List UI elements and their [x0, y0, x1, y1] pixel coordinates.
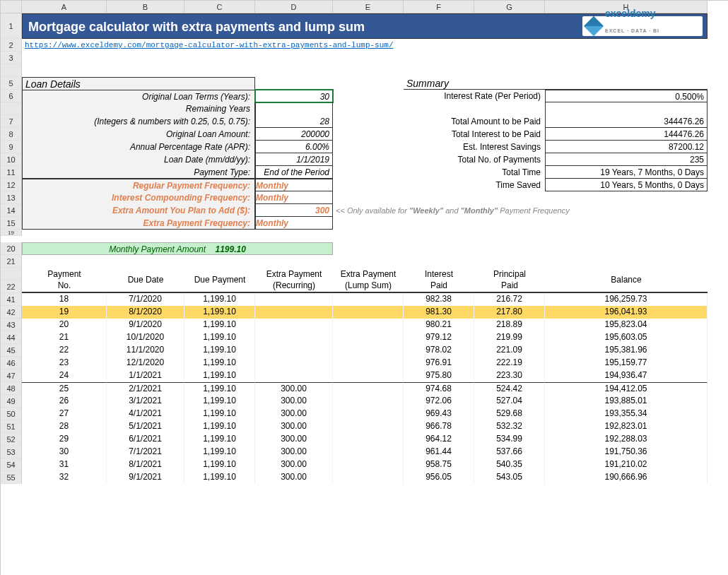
principal-paid[interactable]: 527.04	[474, 395, 545, 408]
detail-value[interactable]: 200000	[255, 128, 333, 141]
balance[interactable]: 196,041.93	[545, 306, 708, 319]
table-header[interactable]: Extra Payment(Lump Sum)	[333, 268, 404, 293]
extra-recurring[interactable]	[255, 306, 333, 319]
extra-lump[interactable]	[333, 458, 404, 471]
extra-lump[interactable]	[333, 306, 404, 319]
due-payment[interactable]: 1,199.10	[184, 331, 255, 344]
row-header[interactable]: 8	[1, 128, 22, 141]
interest-paid[interactable]: 981.30	[404, 306, 474, 319]
extra-lump[interactable]	[333, 369, 404, 382]
balance[interactable]: 192,823.01	[545, 420, 708, 433]
extra-recurring[interactable]: 300.00	[255, 458, 333, 471]
balance[interactable]: 194,936.47	[545, 369, 708, 382]
extra-recurring[interactable]: 300.00	[255, 382, 333, 395]
due-payment[interactable]: 1,199.10	[184, 420, 255, 433]
col-header[interactable]: E	[333, 1, 404, 13]
payment-no[interactable]: 20	[22, 319, 107, 331]
payment-no[interactable]: 30	[22, 446, 107, 458]
payment-no[interactable]: 21	[22, 331, 107, 344]
row-header[interactable]: 41	[1, 293, 22, 306]
due-payment[interactable]: 1,199.10	[184, 369, 255, 382]
balance[interactable]: 193,885.01	[545, 395, 708, 408]
balance[interactable]: 192,288.03	[545, 433, 708, 446]
extra-lump[interactable]	[333, 331, 404, 344]
table-header[interactable]: Due Payment	[184, 268, 255, 293]
payment-no[interactable]: 19	[22, 306, 107, 319]
row-header[interactable]	[1, 102, 22, 115]
row-header[interactable]: 45	[1, 344, 22, 357]
principal-paid[interactable]: 216.72	[474, 293, 545, 306]
due-payment[interactable]: 1,199.10	[184, 408, 255, 420]
interest-paid[interactable]: 975.80	[404, 369, 474, 382]
detail-value[interactable]: Monthly	[255, 179, 333, 191]
extra-recurring[interactable]: 300.00	[255, 446, 333, 458]
interest-paid[interactable]: 976.91	[404, 357, 474, 369]
extra-lump[interactable]	[333, 395, 404, 408]
extra-recurring[interactable]: 300.00	[255, 433, 333, 446]
extra-lump[interactable]	[333, 471, 404, 484]
extra-recurring[interactable]	[255, 331, 333, 344]
principal-paid[interactable]: 217.80	[474, 306, 545, 319]
extra-lump[interactable]	[333, 420, 404, 433]
row-header[interactable]: 49	[1, 395, 22, 408]
due-date[interactable]: 8/1/2021	[107, 458, 184, 471]
interest-paid[interactable]: 982.38	[404, 293, 474, 306]
payment-no[interactable]: 31	[22, 458, 107, 471]
row-header[interactable]: 10	[1, 153, 22, 166]
interest-paid[interactable]: 980.21	[404, 319, 474, 331]
row-header[interactable]: 6	[1, 90, 22, 102]
row-header[interactable]: 54	[1, 458, 22, 471]
row-header[interactable]: 2	[1, 39, 22, 52]
payment-no[interactable]: 24	[22, 369, 107, 382]
due-date[interactable]: 7/1/2021	[107, 446, 184, 458]
row-header[interactable]: 11	[1, 166, 22, 179]
due-payment[interactable]: 1,199.10	[184, 433, 255, 446]
row-header[interactable]: 55	[1, 471, 22, 484]
due-date[interactable]: 5/1/2021	[107, 420, 184, 433]
col-header[interactable]	[1, 1, 22, 13]
col-header[interactable]: F	[404, 1, 474, 13]
extra-recurring[interactable]	[255, 293, 333, 306]
payment-no[interactable]: 23	[22, 357, 107, 369]
table-header[interactable]: InterestPaid	[404, 268, 474, 293]
extra-lump[interactable]	[333, 433, 404, 446]
extra-lump[interactable]	[333, 357, 404, 369]
principal-paid[interactable]: 540.35	[474, 458, 545, 471]
due-date[interactable]: 9/1/2021	[107, 471, 184, 484]
balance[interactable]: 191,210.02	[545, 458, 708, 471]
due-payment[interactable]: 1,199.10	[184, 395, 255, 408]
extra-recurring[interactable]: 300.00	[255, 408, 333, 420]
row-header[interactable]: 46	[1, 357, 22, 369]
row-header[interactable]: 52	[1, 433, 22, 446]
row-header[interactable]: 1	[1, 13, 22, 39]
row-header[interactable]: 5	[1, 77, 22, 90]
principal-paid[interactable]: 221.09	[474, 344, 545, 357]
row-header[interactable]: 7	[1, 115, 22, 128]
balance[interactable]: 190,666.96	[545, 471, 708, 484]
due-date[interactable]: 7/1/2020	[107, 293, 184, 306]
principal-paid[interactable]: 524.42	[474, 382, 545, 395]
interest-paid[interactable]: 956.05	[404, 471, 474, 484]
principal-paid[interactable]: 543.05	[474, 471, 545, 484]
balance[interactable]: 195,823.04	[545, 319, 708, 331]
interest-paid[interactable]: 969.43	[404, 408, 474, 420]
extra-lump[interactable]	[333, 446, 404, 458]
row-header[interactable]: 9	[1, 141, 22, 153]
col-header[interactable]: A	[22, 1, 107, 13]
row-header[interactable]: 20	[1, 242, 22, 255]
table-header[interactable]: Extra Payment(Recurring)	[255, 268, 333, 293]
due-date[interactable]: 2/1/2021	[107, 382, 184, 395]
row-header[interactable]: 19	[1, 230, 22, 236]
extra-lump[interactable]	[333, 382, 404, 395]
payment-no[interactable]: 25	[22, 382, 107, 395]
due-payment[interactable]: 1,199.10	[184, 293, 255, 306]
detail-value[interactable]: Monthly	[255, 191, 333, 204]
extra-recurring[interactable]	[255, 344, 333, 357]
due-date[interactable]: 4/1/2021	[107, 408, 184, 420]
payment-no[interactable]: 18	[22, 293, 107, 306]
extra-lump[interactable]	[333, 319, 404, 331]
detail-value[interactable]: 6.00%	[255, 141, 333, 153]
detail-value[interactable]: End of the Period	[255, 166, 333, 179]
payment-no[interactable]: 26	[22, 395, 107, 408]
balance[interactable]: 194,412.05	[545, 382, 708, 395]
